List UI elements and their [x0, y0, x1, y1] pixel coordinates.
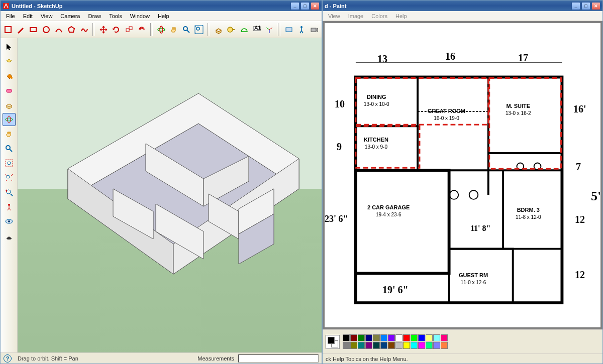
section-icon[interactable]	[283, 23, 294, 36]
color-swatch[interactable]	[418, 342, 425, 349]
maximize-button[interactable]: □	[300, 2, 310, 10]
paint-minimize-button[interactable]: _	[571, 2, 580, 10]
color-swatch[interactable]	[350, 334, 357, 341]
sketchup-side-toolbar	[1, 38, 18, 352]
dim-right-16: 16'	[573, 103, 586, 115]
circle-icon[interactable]	[41, 23, 51, 36]
select-icon[interactable]	[3, 40, 16, 53]
orbit-side-icon[interactable]	[3, 113, 16, 126]
color-swatch[interactable]	[426, 334, 433, 341]
rotate-icon[interactable]	[111, 23, 122, 36]
color-swatch[interactable]	[395, 342, 403, 349]
zoom-side-icon[interactable]	[3, 142, 16, 155]
color-swatch[interactable]	[395, 334, 403, 341]
paint-close-button[interactable]: ✕	[591, 2, 600, 10]
close-button[interactable]: ✕	[311, 2, 320, 10]
room-dining-dim: 13-0 x 10-0	[364, 101, 389, 107]
component-icon[interactable]	[3, 55, 16, 68]
freehand-icon[interactable]	[79, 23, 89, 36]
color-swatch[interactable]	[380, 334, 387, 341]
zoom-extents-icon[interactable]	[194, 23, 205, 36]
color-swatch[interactable]	[343, 334, 350, 341]
orbit-icon[interactable]	[156, 23, 166, 36]
color-swatch[interactable]	[358, 342, 365, 349]
axes-icon[interactable]	[264, 23, 275, 36]
svg-point-26	[8, 116, 11, 123]
zoom-icon[interactable]	[181, 23, 192, 36]
menu-draw[interactable]: Draw	[84, 12, 105, 20]
color-swatch[interactable]	[426, 342, 433, 349]
color-swatch[interactable]	[373, 342, 380, 349]
color-swatch[interactable]	[358, 334, 365, 341]
menu-camera[interactable]: Camera	[57, 12, 83, 20]
color-swatch[interactable]	[403, 334, 410, 341]
paint-titlebar[interactable]: d - Paint _ □ ✕	[323, 1, 602, 11]
room-guest-dim: 11-0 x 12-6	[461, 280, 486, 285]
select-rect-icon[interactable]	[3, 23, 13, 36]
walk-side-icon[interactable]	[3, 229, 16, 242]
paint-menu-image[interactable]: Image	[345, 12, 367, 20]
color-swatch[interactable]	[388, 334, 395, 341]
position-camera-icon[interactable]	[3, 200, 16, 213]
previous-view-icon[interactable]	[3, 186, 16, 199]
eraser-icon[interactable]	[3, 84, 16, 97]
color-swatch[interactable]	[373, 334, 380, 341]
color-swatch[interactable]	[433, 334, 440, 341]
menu-window[interactable]: Window	[127, 12, 153, 20]
rectangle-icon[interactable]	[28, 23, 39, 36]
color-swatch[interactable]	[380, 342, 387, 349]
sketchup-viewport[interactable]	[18, 38, 322, 352]
paint-bucket-icon[interactable]	[3, 69, 16, 82]
svg-line-10	[187, 30, 189, 33]
menu-edit[interactable]: Edit	[20, 12, 36, 20]
paint-menu-help[interactable]: Help	[392, 12, 411, 20]
paint-canvas[interactable]: DINING 13-0 x 10-0 GREAT ROOM 16-0 x 19-…	[325, 23, 600, 327]
menu-tools[interactable]: Tools	[106, 12, 126, 20]
color-swatch[interactable]	[388, 342, 395, 349]
color-swatch[interactable]	[343, 342, 350, 349]
protractor-icon[interactable]	[239, 23, 249, 36]
zoom-extents-side-icon[interactable]	[3, 171, 16, 184]
text-icon[interactable]: A1	[251, 23, 262, 36]
move-icon[interactable]	[98, 23, 109, 36]
walk-icon[interactable]	[296, 23, 307, 36]
arc-icon[interactable]	[53, 23, 64, 36]
polygon-icon[interactable]	[66, 23, 77, 36]
help-icon[interactable]: ?	[4, 354, 12, 362]
paint-menu-colors[interactable]: Colors	[368, 12, 391, 20]
menu-help[interactable]: Help	[154, 12, 173, 20]
scale-icon[interactable]	[124, 23, 134, 36]
sketchup-icon	[3, 3, 10, 10]
color-swatch[interactable]	[418, 334, 425, 341]
fg-bg-indicator[interactable]	[326, 335, 340, 349]
pencil-icon[interactable]	[15, 23, 26, 36]
paint-menu-view[interactable]: View	[325, 12, 344, 20]
camera-icon[interactable]	[309, 23, 320, 36]
zoom-window-icon[interactable]	[3, 157, 16, 170]
push-pull-icon[interactable]	[213, 23, 224, 36]
color-swatch[interactable]	[441, 334, 448, 341]
menu-view[interactable]: View	[37, 12, 56, 20]
color-swatch[interactable]	[433, 342, 440, 349]
paint-maximize-button[interactable]: □	[581, 2, 590, 10]
offset-icon[interactable]	[136, 23, 147, 36]
pan-icon[interactable]	[168, 23, 179, 36]
color-swatch[interactable]	[403, 342, 410, 349]
color-swatch[interactable]	[411, 342, 418, 349]
room-bdrm3-dim: 11-8 x 12-0	[516, 214, 541, 220]
menu-file[interactable]: File	[3, 12, 19, 20]
push-pull-side-icon[interactable]	[3, 98, 16, 111]
color-swatch[interactable]	[365, 334, 372, 341]
minimize-button[interactable]: _	[290, 2, 299, 10]
measurement-input[interactable]	[238, 354, 319, 362]
color-swatch[interactable]	[350, 342, 357, 349]
dim-bottom: 19' 6"	[382, 284, 409, 296]
color-swatch[interactable]	[441, 342, 448, 349]
look-around-icon[interactable]	[3, 215, 16, 228]
pan-side-icon[interactable]	[3, 128, 16, 141]
color-swatch[interactable]	[365, 342, 372, 349]
color-swatch[interactable]	[411, 334, 418, 341]
sketchup-titlebar[interactable]: Untitled - SketchUp _ □ ✕	[1, 1, 322, 11]
room-dining: DINING	[367, 94, 386, 100]
tape-icon[interactable]	[226, 23, 237, 36]
